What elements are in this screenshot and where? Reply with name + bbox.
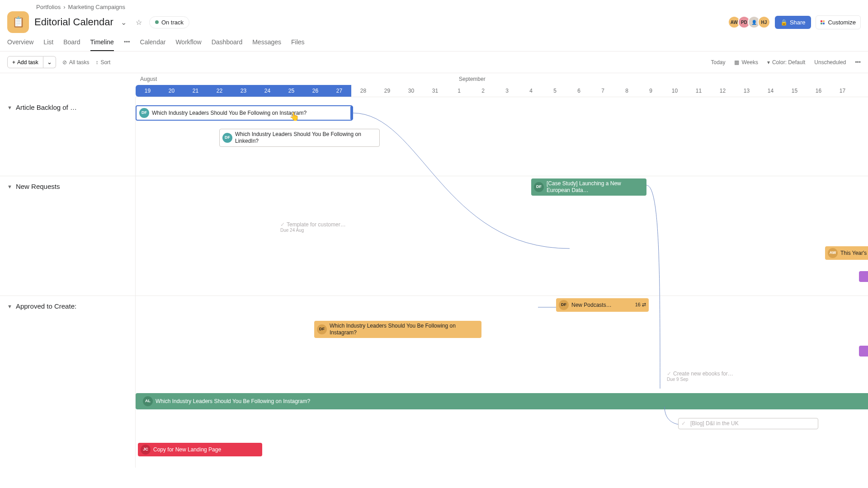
tab-messages[interactable]: Messages xyxy=(252,38,281,51)
ghost-task[interactable]: ✓Template for customer… Due 24 Aug xyxy=(280,221,346,233)
sort-button[interactable]: ↕Sort xyxy=(95,59,110,66)
section-title: New Requests xyxy=(16,183,60,190)
day-cell[interactable]: 9 xyxy=(639,85,663,97)
tab-dashboard[interactable]: Dashboard xyxy=(212,38,243,51)
day-cell[interactable]: 24 xyxy=(255,85,279,97)
tab-more-icon[interactable]: ••• xyxy=(124,38,130,51)
breadcrumb-root[interactable]: Portfolios xyxy=(36,4,61,10)
section-title: Approved to Create: xyxy=(16,302,76,310)
day-cell[interactable]: 11 xyxy=(687,85,711,97)
breadcrumb: Portfolios › Marketing Campaigns xyxy=(36,4,861,10)
task-title: Which Industry Leaders Should You Be Fol… xyxy=(330,323,479,336)
tab-overview[interactable]: Overview xyxy=(7,38,33,51)
subtask-badge: 16 ⇄ xyxy=(635,302,646,308)
day-cell[interactable]: 2 xyxy=(471,85,495,97)
unscheduled-button[interactable]: Unscheduled xyxy=(814,59,846,66)
day-cell[interactable]: 5 xyxy=(543,85,567,97)
day-cell[interactable]: 29 xyxy=(375,85,399,97)
section-header[interactable]: ▼ New Requests xyxy=(0,176,136,296)
tab-calendar[interactable]: Calendar xyxy=(140,38,166,51)
day-cell[interactable]: 25 xyxy=(279,85,303,97)
day-cell[interactable]: 26 xyxy=(303,85,327,97)
add-task-button[interactable]: + Add task xyxy=(7,56,43,68)
tab-workflow[interactable]: Workflow xyxy=(175,38,201,51)
tab-board[interactable]: Board xyxy=(63,38,80,51)
color-label: Color: Default xyxy=(772,59,805,66)
collapse-icon[interactable]: ▼ xyxy=(7,304,12,309)
task-bar[interactable] xyxy=(859,346,868,357)
zoom-weeks[interactable]: ▦Weeks xyxy=(734,59,758,66)
tabs: Overview List Board Timeline ••• Calenda… xyxy=(0,33,868,52)
section-header[interactable]: ▼ Article Backlog of … xyxy=(0,97,136,176)
add-task-dropdown[interactable]: ⌄ xyxy=(43,56,56,68)
task-title: Which Industry Leaders Should You Be Fol… xyxy=(235,131,377,145)
month-label: August xyxy=(140,76,157,82)
today-button[interactable]: Today xyxy=(711,59,725,66)
customize-button[interactable]: Customize xyxy=(816,15,861,29)
task-due: Due 24 Aug xyxy=(280,228,346,233)
task-bar[interactable]: DF Which Industry Leaders Should You Be … xyxy=(314,321,481,338)
section-header[interactable]: ▼ Approved to Create: xyxy=(0,296,136,468)
day-cell[interactable]: 21 xyxy=(184,85,208,97)
day-cell[interactable]: 8 xyxy=(615,85,639,97)
day-cell[interactable]: 27 xyxy=(327,85,351,97)
assignee-avatar: DF xyxy=(222,133,232,143)
tab-timeline[interactable]: Timeline xyxy=(90,38,114,51)
task-bar[interactable]: ✓ [Blog] D&I in the UK xyxy=(678,418,818,429)
title-chevron[interactable]: ⌄ xyxy=(119,16,128,28)
tab-list[interactable]: List xyxy=(43,38,53,51)
more-icon[interactable]: ••• xyxy=(855,59,861,66)
task-title: Template for customer… xyxy=(287,221,346,228)
day-cell[interactable]: 31 xyxy=(423,85,447,97)
task-title: [Blog] D&I in the UK xyxy=(690,420,739,427)
filter-all-tasks[interactable]: ⊘All tasks xyxy=(62,59,90,66)
sort-label: Sort xyxy=(100,59,110,66)
task-bar[interactable] xyxy=(859,271,868,282)
day-cell[interactable]: 28 xyxy=(351,85,375,97)
day-cell[interactable]: 14 xyxy=(759,85,783,97)
day-cell[interactable]: 1 xyxy=(447,85,471,97)
task-bar[interactable]: DF New Podcasts… 16 ⇄ xyxy=(556,298,649,312)
day-cell[interactable]: 3 xyxy=(495,85,519,97)
calendar-icon: ▦ xyxy=(734,59,739,66)
task-bar[interactable]: AW This Year's xyxy=(825,246,868,260)
task-bar[interactable]: AL Which Industry Leaders Should You Be … xyxy=(136,393,868,409)
day-cell[interactable]: 12 xyxy=(711,85,735,97)
day-cell[interactable]: 10 xyxy=(663,85,687,97)
collapse-icon[interactable]: ▼ xyxy=(7,184,12,189)
day-cell[interactable]: 13 xyxy=(735,85,759,97)
day-cell[interactable]: 7 xyxy=(591,85,615,97)
resize-handle[interactable] xyxy=(350,106,353,120)
day-cell[interactable]: 4 xyxy=(519,85,543,97)
day-cell[interactable]: 17 xyxy=(830,85,854,97)
ghost-task[interactable]: ✓Create new ebooks for… Due 9 Sep xyxy=(667,371,733,382)
day-cell[interactable]: 15 xyxy=(783,85,807,97)
day-cell[interactable]: 22 xyxy=(208,85,231,97)
status-badge[interactable]: On track xyxy=(149,16,189,28)
breadcrumb-project[interactable]: Marketing Campaigns xyxy=(68,4,125,10)
collapse-icon[interactable]: ▼ xyxy=(7,105,12,110)
day-cell[interactable]: 20 xyxy=(160,85,184,97)
section-row: ▼ Article Backlog of … DF Which Industry… xyxy=(0,97,868,176)
month-label: September xyxy=(459,76,486,82)
day-cell[interactable]: 6 xyxy=(567,85,591,97)
task-bar[interactable]: DF Which Industry Leaders Should You Be … xyxy=(136,105,353,121)
share-button[interactable]: 🔒 Share xyxy=(775,16,811,29)
color-button[interactable]: ▾Color: Default xyxy=(767,59,805,66)
assignee-avatar: DF xyxy=(139,108,149,118)
task-bar[interactable]: DF Which Industry Leaders Should You Be … xyxy=(219,129,380,147)
task-due: Due 9 Sep xyxy=(667,377,733,382)
avatar-stack[interactable]: AW PD 👤 HJ xyxy=(731,16,770,28)
star-icon[interactable]: ☆ xyxy=(134,16,144,28)
task-bar[interactable]: DF [Case Study] Launching a New European… xyxy=(531,178,646,196)
day-cell[interactable]: 16 xyxy=(807,85,830,97)
day-cell[interactable]: 19 xyxy=(136,85,160,97)
task-bar[interactable]: JC Copy for New Landing Page xyxy=(138,443,262,456)
all-tasks-label: All tasks xyxy=(69,59,90,66)
day-cell[interactable]: 23 xyxy=(231,85,255,97)
task-title: [Case Study] Launching a New European Da… xyxy=(547,180,644,194)
tab-files[interactable]: Files xyxy=(291,38,305,51)
task-title: Which Industry Leaders Should You Be Fol… xyxy=(156,398,310,405)
day-cell[interactable]: 30 xyxy=(399,85,423,97)
status-text: On track xyxy=(161,19,184,26)
